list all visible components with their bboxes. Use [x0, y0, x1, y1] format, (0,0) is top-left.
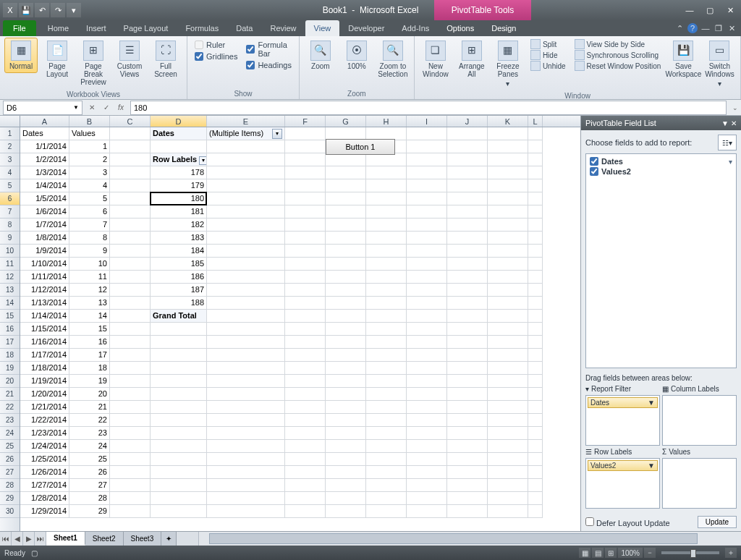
- cell[interactable]: [326, 245, 366, 258]
- workbook-close-icon[interactable]: ✕: [727, 24, 737, 33]
- cell[interactable]: [528, 127, 543, 140]
- cell[interactable]: 186: [151, 271, 207, 284]
- cell[interactable]: [366, 362, 407, 375]
- cell[interactable]: [407, 401, 447, 414]
- cell[interactable]: Grand Total: [151, 310, 207, 323]
- cell[interactable]: [366, 219, 407, 232]
- cell[interactable]: [447, 388, 488, 401]
- new-window-button[interactable]: ❏New Window: [419, 38, 452, 81]
- cell[interactable]: 23: [69, 427, 110, 440]
- cell[interactable]: [110, 127, 151, 140]
- cell[interactable]: 7: [69, 219, 110, 232]
- cell[interactable]: [285, 245, 326, 258]
- cell[interactable]: [488, 362, 528, 375]
- cell[interactable]: [447, 232, 488, 245]
- cell[interactable]: [207, 284, 285, 297]
- cell[interactable]: 1/22/2014: [20, 414, 69, 427]
- cell[interactable]: 29: [69, 505, 110, 518]
- horizontal-scrollbar[interactable]: [198, 532, 741, 546]
- row-pill-values2[interactable]: Values2▼: [588, 460, 658, 471]
- save-icon[interactable]: 💾: [19, 3, 33, 17]
- cell[interactable]: [151, 388, 207, 401]
- zoom-button[interactable]: 🔍Zoom: [304, 38, 337, 73]
- cell[interactable]: [207, 453, 285, 466]
- cell[interactable]: [326, 466, 366, 479]
- cell[interactable]: [366, 427, 407, 440]
- cell[interactable]: [447, 166, 488, 179]
- cell[interactable]: [447, 466, 488, 479]
- column-header-F[interactable]: F: [285, 116, 326, 127]
- row-header[interactable]: 7: [0, 205, 20, 219]
- tab-review[interactable]: Review: [261, 20, 305, 36]
- cell[interactable]: [407, 479, 447, 492]
- cell[interactable]: [151, 492, 207, 505]
- cell[interactable]: [366, 192, 407, 205]
- cell[interactable]: [326, 153, 366, 166]
- cell[interactable]: [488, 323, 528, 336]
- cell[interactable]: [110, 284, 151, 297]
- cell[interactable]: [326, 258, 366, 271]
- zoom-level[interactable]: 100%: [618, 548, 643, 558]
- cell[interactable]: [366, 153, 407, 166]
- cell[interactable]: [366, 205, 407, 219]
- cell[interactable]: 183: [151, 232, 207, 245]
- cell[interactable]: [447, 140, 488, 153]
- switch-windows-button[interactable]: ▭Switch Windows ▾: [703, 38, 736, 90]
- cell[interactable]: [326, 349, 366, 362]
- cell[interactable]: [110, 323, 151, 336]
- filter-pill-dates[interactable]: Dates▼: [588, 397, 658, 408]
- zoom-out-icon[interactable]: －: [644, 548, 656, 558]
- cell[interactable]: [488, 388, 528, 401]
- cell[interactable]: 9: [69, 245, 110, 258]
- cell[interactable]: [447, 323, 488, 336]
- cell[interactable]: [407, 192, 447, 205]
- undo-icon[interactable]: ↶: [35, 3, 49, 17]
- cell[interactable]: [285, 505, 326, 518]
- row-header[interactable]: 14: [0, 297, 20, 310]
- row-header[interactable]: 28: [0, 479, 20, 492]
- cell[interactable]: [285, 140, 326, 153]
- row-header[interactable]: 19: [0, 362, 20, 375]
- zoom-in-icon[interactable]: ＋: [725, 548, 737, 558]
- cell[interactable]: Dates: [20, 127, 69, 140]
- cell[interactable]: 13: [69, 297, 110, 310]
- cell[interactable]: [285, 205, 326, 219]
- cell[interactable]: 1/1/2014: [20, 140, 69, 153]
- cell[interactable]: 1/19/2014: [20, 375, 69, 388]
- cell[interactable]: [366, 232, 407, 245]
- row-header[interactable]: 22: [0, 401, 20, 414]
- cell[interactable]: [151, 323, 207, 336]
- cell[interactable]: [528, 401, 543, 414]
- cell[interactable]: [488, 297, 528, 310]
- cell[interactable]: 16: [69, 336, 110, 349]
- cell[interactable]: [326, 440, 366, 453]
- cell[interactable]: [407, 205, 447, 219]
- cell[interactable]: [326, 388, 366, 401]
- cell[interactable]: [447, 375, 488, 388]
- zoom-selection-button[interactable]: 🔍Zoom to Selection: [376, 38, 410, 81]
- cell[interactable]: [407, 258, 447, 271]
- cell[interactable]: 22: [69, 414, 110, 427]
- cell[interactable]: 15: [69, 323, 110, 336]
- cell[interactable]: 3: [69, 166, 110, 179]
- cell[interactable]: [285, 336, 326, 349]
- cell[interactable]: [488, 205, 528, 219]
- cell[interactable]: [447, 297, 488, 310]
- row-header[interactable]: 15: [0, 310, 20, 323]
- name-box[interactable]: D6▼: [3, 101, 82, 115]
- cell[interactable]: 180: [151, 192, 207, 205]
- cell[interactable]: 181: [151, 205, 207, 219]
- cell[interactable]: [151, 479, 207, 492]
- cell[interactable]: [207, 153, 285, 166]
- cell[interactable]: [488, 192, 528, 205]
- row-header[interactable]: 5: [0, 179, 20, 192]
- cell[interactable]: [207, 401, 285, 414]
- cell[interactable]: 2: [69, 153, 110, 166]
- cell[interactable]: 178: [151, 166, 207, 179]
- cell[interactable]: [528, 297, 543, 310]
- cell[interactable]: [285, 466, 326, 479]
- cell[interactable]: [447, 245, 488, 258]
- cell[interactable]: [488, 375, 528, 388]
- cell[interactable]: [447, 492, 488, 505]
- cell[interactable]: [326, 505, 366, 518]
